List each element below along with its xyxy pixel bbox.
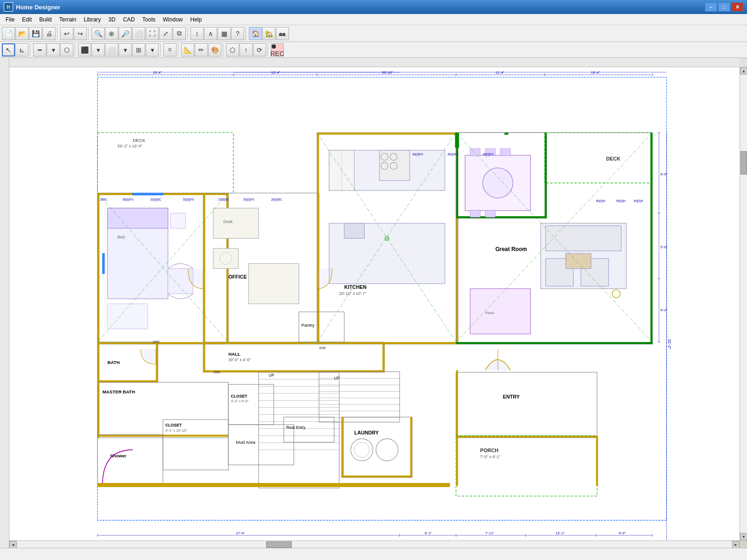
menu-cad[interactable]: CAD xyxy=(119,14,138,25)
ruler-top xyxy=(9,58,740,67)
floor-plan-canvas[interactable]: DECK 56'-2" x 16'-9" MASTER BDRM xyxy=(9,67,740,540)
scroll-up-button[interactable]: ▲ xyxy=(740,67,747,75)
dimension-button[interactable]: 📐 xyxy=(181,43,194,56)
menu-edit[interactable]: Edit xyxy=(18,14,35,25)
zoom-out-button[interactable]: 🔎 xyxy=(119,27,132,40)
grid-button[interactable]: ▦ xyxy=(218,27,231,40)
svg-text:3065: 3065 xyxy=(153,340,160,343)
stair-button[interactable]: ⌗ xyxy=(163,43,176,56)
ruler-left xyxy=(0,58,9,548)
new-button[interactable]: 📄 xyxy=(2,27,15,40)
svg-text:40(0)FX: 40(0)FX xyxy=(447,153,458,156)
menu-terrain[interactable]: Terrain xyxy=(56,14,80,25)
menu-build[interactable]: Build xyxy=(35,14,56,25)
room-button[interactable]: ⬡ xyxy=(60,43,73,56)
svg-rect-121 xyxy=(470,210,480,217)
svg-text:PORCH: PORCH xyxy=(480,448,499,453)
main-content: DECK 56'-2" x 16'-9" MASTER BDRM xyxy=(0,58,747,548)
sep2 xyxy=(88,27,90,40)
menu-3d[interactable]: 3D xyxy=(105,14,119,25)
svg-rect-109 xyxy=(380,150,410,181)
svg-rect-43 xyxy=(317,133,319,344)
close-button[interactable]: ✕ xyxy=(731,2,743,12)
zoom-in-button[interactable]: 🔍 xyxy=(92,27,105,40)
scrollbar-thumb-h[interactable] xyxy=(266,541,292,548)
svg-rect-38 xyxy=(203,193,205,344)
svg-text:50(0)FX: 50(0)FX xyxy=(183,198,194,202)
house3-button[interactable]: 🏘 xyxy=(276,27,289,40)
menu-window[interactable]: Window xyxy=(159,14,187,25)
wall-button[interactable]: ━ xyxy=(33,43,46,56)
svg-text:11'-4": 11'-4" xyxy=(495,70,505,75)
maximize-button[interactable]: □ xyxy=(718,2,730,12)
scrollbar-horizontal[interactable]: ◄ ► xyxy=(9,540,740,548)
zoom-full-button[interactable]: ⤢ xyxy=(159,27,172,40)
print-button[interactable]: 🖨 xyxy=(42,27,56,40)
shape-button[interactable]: ⬠ xyxy=(226,43,239,56)
svg-text:CLOSET: CLOSET xyxy=(231,394,248,399)
svg-text:20(0)9C: 20(0)9C xyxy=(218,198,230,202)
svg-text:CLOSET: CLOSET xyxy=(165,423,182,427)
svg-rect-19 xyxy=(156,342,158,382)
arrow-button[interactable]: ↑ xyxy=(240,43,253,56)
svg-rect-124 xyxy=(546,226,621,251)
door-button[interactable]: ⬜ xyxy=(105,43,118,56)
help-button[interactable]: ? xyxy=(231,27,244,40)
color-button[interactable]: 🎨 xyxy=(208,43,221,56)
wall-drop[interactable]: ▾ xyxy=(47,43,60,56)
window-button[interactable]: ⊞ xyxy=(132,43,145,56)
tools-button[interactable]: ⧉ xyxy=(173,27,186,40)
open-button[interactable]: 📂 xyxy=(15,27,28,40)
svg-text:7'-11": 7'-11" xyxy=(485,531,494,535)
record-button[interactable]: ⏺ REC xyxy=(271,43,284,56)
house-button[interactable]: 🏠 xyxy=(249,27,262,40)
rotate-button[interactable]: ⟳ xyxy=(253,43,266,56)
window-drop[interactable]: ▾ xyxy=(146,43,159,56)
pointer-button[interactable]: ↖ xyxy=(2,43,15,56)
redo-button[interactable]: ↪ xyxy=(74,27,87,40)
canvas-wrapper[interactable]: DECK 56'-2" x 16'-9" MASTER BDRM xyxy=(9,58,747,548)
line-button[interactable]: ∧ xyxy=(204,27,217,40)
sep5 xyxy=(30,43,32,56)
cabinet-drop[interactable]: ▾ xyxy=(92,43,105,56)
svg-text:7'-5" x 8'-1": 7'-5" x 8'-1" xyxy=(480,455,500,459)
svg-rect-50 xyxy=(317,133,458,134)
select-area-button[interactable]: ⬜ xyxy=(132,27,145,40)
svg-text:31'-2": 31'-2" xyxy=(667,339,672,350)
zoom-window-button[interactable]: ⛶ xyxy=(146,27,159,40)
scrollbar-thumb-v[interactable] xyxy=(740,151,747,175)
svg-rect-132 xyxy=(107,208,168,228)
undo-button[interactable]: ↩ xyxy=(60,27,73,40)
menu-file[interactable]: File xyxy=(2,14,18,25)
svg-rect-32 xyxy=(203,342,205,372)
text-button[interactable]: ✏ xyxy=(195,43,208,56)
scroll-down-button[interactable]: ▼ xyxy=(740,533,747,540)
minimize-button[interactable]: − xyxy=(705,2,717,12)
svg-rect-1 xyxy=(9,58,740,67)
cabinet-button[interactable]: ⬛ xyxy=(78,43,91,56)
edit-tool-button[interactable]: ⊾ xyxy=(15,43,28,56)
scroll-left-button[interactable]: ◄ xyxy=(9,541,17,548)
save-button[interactable]: 💾 xyxy=(29,27,42,40)
app-icon: H xyxy=(4,2,13,12)
svg-text:20'-10": 20'-10" xyxy=(382,70,393,75)
scroll-right-button[interactable]: ► xyxy=(732,541,740,548)
svg-text:40(0)FX: 40(0)FX xyxy=(483,153,494,156)
menu-library[interactable]: Library xyxy=(80,14,105,25)
door-drop[interactable]: ▾ xyxy=(119,43,132,56)
svg-rect-22 xyxy=(98,382,99,438)
zoom-fit-button[interactable]: ⊕ xyxy=(105,27,118,40)
svg-text:OFFICE: OFFICE xyxy=(228,274,247,280)
house2-button[interactable]: 🏡 xyxy=(262,27,275,40)
arrow-up-button[interactable]: ↕ xyxy=(190,27,204,40)
sep4 xyxy=(246,27,247,40)
svg-rect-209 xyxy=(455,133,459,147)
sep3 xyxy=(187,27,189,40)
menu-tools[interactable]: Tools xyxy=(139,14,159,25)
svg-text:HALL: HALL xyxy=(228,351,240,357)
svg-text:BATH: BATH xyxy=(107,360,120,365)
scrollbar-vertical[interactable]: ▲ ▼ xyxy=(740,67,747,540)
svg-text:Bed: Bed xyxy=(118,235,125,239)
svg-text:20(0)9C: 20(0)9C xyxy=(271,198,282,202)
menu-help[interactable]: Help xyxy=(186,14,205,25)
